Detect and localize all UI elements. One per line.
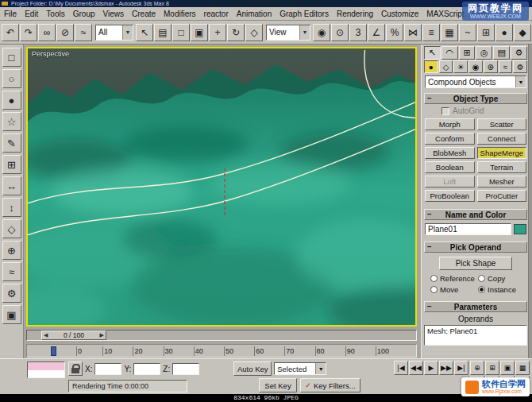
menu-item-views[interactable]: Views [99,10,129,18]
select-and-link-icon[interactable]: ∞ [38,24,56,41]
time-slider-track[interactable]: ◀ 0 / 100 ▶ [26,330,417,341]
menu-item-group[interactable]: Group [69,10,99,18]
menu-item-maxscript[interactable]: MAXScript [422,10,468,18]
set-key-button[interactable]: Set Key [259,378,297,392]
object-type-button-scatter[interactable]: Scatter [477,118,527,130]
panel-scrollbar[interactable] [528,44,532,358]
layer-manager-icon[interactable]: ▦ [441,24,458,41]
object-type-button-shapemerge[interactable]: ShapeMerge [477,147,527,159]
window-crossing-icon[interactable]: ▣ [191,24,208,41]
menu-item-rendering[interactable]: Rendering [333,10,377,18]
left-tool-sphere-icon[interactable]: ● [2,91,21,110]
left-tool-move-vertical-icon[interactable]: ↕ [2,198,21,217]
selection-lock-button[interactable] [68,361,83,376]
left-tool-wave-icon[interactable]: ≈ [2,262,21,281]
name-color-rollout-header[interactable]: − Name and Color [424,209,527,220]
chevron-down-icon[interactable]: ▼ [515,76,526,87]
object-type-button-conform[interactable]: Conform [425,133,475,145]
zoom-button[interactable]: ⊕ [470,361,484,375]
category-helpers[interactable]: ⊕ [484,60,498,73]
tab-modify[interactable]: ◠ [441,46,458,60]
object-type-button-morph[interactable]: Morph [425,118,475,130]
left-tool-grid-icon[interactable]: ⊞ [2,155,21,174]
object-type-button-procutter[interactable]: ProCutter [477,190,527,202]
object-type-button-blobmesh[interactable]: BlobMesh [425,147,475,159]
select-object-icon[interactable]: ↖ [136,24,153,41]
select-and-scale-icon[interactable]: ◇ [245,24,263,41]
play-button[interactable]: ▶ [424,361,438,375]
menu-item-tools[interactable]: Tools [42,10,68,18]
tab-utilities[interactable]: ⚙ [511,46,527,60]
left-tool-panel-icon[interactable]: ▣ [2,305,21,324]
go-to-start-button[interactable]: |◀ [394,361,408,375]
left-tool-gear-icon[interactable]: ⚙ [2,284,21,303]
auto-key-button[interactable]: Auto Key [233,361,272,376]
macro-recorder-line[interactable] [28,362,64,370]
tab-motion[interactable]: ◎ [476,46,492,60]
zoom-extents-all-button[interactable]: ▦ [515,361,530,375]
object-name-input[interactable]: Plane01 [425,223,511,235]
category-cameras[interactable]: ◉ [468,60,483,73]
object-type-button-proboolean[interactable]: ProBoolean [425,190,475,202]
menu-item-file[interactable]: File [0,10,21,18]
select-and-manipulate-icon[interactable]: ⊙ [331,24,349,41]
schematic-view-icon[interactable]: ⊞ [477,24,495,41]
curve-editor-icon[interactable]: ~ [459,24,476,41]
object-type-button-loft[interactable]: Loft [425,176,475,187]
left-tool-move-horizontal-icon[interactable]: ↔ [2,176,21,195]
radio-instance[interactable]: Instance [478,285,524,294]
perspective-viewport[interactable]: Perspective [26,47,417,327]
key-filters-button[interactable]: ✓ Key Filters... [300,378,360,392]
select-and-move-icon[interactable]: + [209,24,226,41]
menu-item-edit[interactable]: Edit [21,10,42,18]
next-frame-button[interactable]: ▶▶ [439,361,453,375]
subcategory-dropdown[interactable]: Compound Objects ▼ [425,75,526,88]
viewport-label[interactable]: Perspective [32,50,69,58]
operand-item[interactable]: Mesh: Plane01 [425,326,526,336]
maxscript-mini-listener[interactable] [27,361,65,378]
percent-snap-icon[interactable]: % [386,24,403,41]
left-tool-target-icon[interactable]: ⊕ [2,241,21,260]
object-type-rollout-header[interactable]: − Object Type [424,93,527,104]
selection-filter-dropdown[interactable]: All▼ [95,25,133,41]
bind-to-space-warp-icon[interactable]: ≈ [75,24,92,41]
unlink-selection-icon[interactable]: ⊘ [56,24,74,41]
radio-reference[interactable]: Reference [430,274,476,283]
zoom-extents-button[interactable]: ▣ [500,361,515,375]
time-slider-right-arrow-icon[interactable]: ▶ [100,332,104,338]
radio-copy[interactable]: Copy [478,274,524,283]
pick-shape-button[interactable]: Pick Shape [439,257,512,270]
category-systems[interactable]: ⚙ [513,60,527,73]
object-type-button-boolean[interactable]: Boolean [425,161,475,173]
tab-create[interactable]: ↖ [424,46,441,60]
chevron-down-icon[interactable]: ▼ [315,363,326,374]
x-coordinate-field[interactable] [94,363,121,375]
object-type-button-mesher[interactable]: Mesher [477,176,527,187]
left-tool-circle-icon[interactable]: ○ [2,69,21,88]
render-scene-icon[interactable]: ◆ [514,24,531,41]
track-bar-marker[interactable] [51,346,56,356]
menu-item-customize[interactable]: Customize [377,10,422,18]
mirror-icon[interactable]: ⋈ [404,24,422,41]
left-tool-diamond-icon[interactable]: ◇ [2,219,21,238]
redo-icon[interactable]: ↷ [20,24,37,41]
time-slider-handle[interactable]: ◀ 0 / 100 ▶ [41,330,106,340]
category-lights[interactable]: ☀ [453,60,468,73]
align-icon[interactable]: ≡ [422,24,440,41]
object-color-swatch[interactable] [514,224,526,234]
left-tool-box-icon[interactable]: □ [2,48,21,67]
rectangular-selection-region-icon[interactable]: □ [172,24,190,41]
z-coordinate-field[interactable] [172,363,199,375]
key-set-dropdown[interactable]: Selected ▼ [274,362,326,375]
menu-item-create[interactable]: Create [128,10,160,18]
menu-item-reactor[interactable]: reactor [200,10,233,18]
use-pivot-center-icon[interactable]: ◉ [313,24,330,41]
menu-item-modifiers[interactable]: Modifiers [160,10,200,18]
snap-toggle-icon[interactable]: 3 [349,24,367,41]
y-coordinate-field[interactable] [133,363,160,375]
category-geometry[interactable]: ● [424,60,438,73]
left-tool-pen-icon[interactable]: ✎ [2,133,21,153]
parameters-rollout-header[interactable]: − Parameters [424,301,527,312]
pick-operand-rollout-header[interactable]: − Pick Operand [424,242,527,253]
tab-display[interactable]: ▤ [493,46,510,60]
